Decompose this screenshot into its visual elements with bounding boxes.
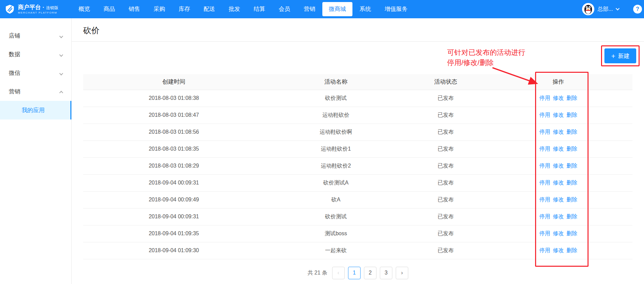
- cell-created-time: 2018-09-04 01:09:30: [83, 242, 264, 259]
- sidebar-group[interactable]: 数据: [0, 45, 71, 64]
- cell-activity-status: 已发布: [407, 107, 484, 124]
- stop-link[interactable]: 停用: [539, 197, 550, 202]
- prev-page-button[interactable]: ‹: [332, 267, 345, 279]
- cell-actions: 停用修改删除: [484, 140, 633, 157]
- nav-item[interactable]: 系统: [353, 2, 377, 16]
- edit-link[interactable]: 修改: [553, 197, 564, 202]
- edit-link[interactable]: 修改: [553, 163, 564, 169]
- delete-link[interactable]: 删除: [567, 231, 577, 236]
- cell-activity-name: 运动鞋砍价1: [264, 140, 407, 157]
- pagination: 共 21 条 ‹ 123 ›: [83, 267, 632, 279]
- edit-link[interactable]: 修改: [553, 112, 564, 118]
- edit-link[interactable]: 修改: [553, 146, 564, 152]
- delete-link[interactable]: 删除: [567, 112, 577, 118]
- cell-created-time: 2018-08-03 01:08:29: [83, 157, 264, 174]
- nav-item[interactable]: 库存: [172, 2, 197, 16]
- delete-link[interactable]: 删除: [567, 247, 577, 253]
- stop-link[interactable]: 停用: [539, 247, 550, 253]
- chevron-icon: [59, 91, 63, 94]
- avatar[interactable]: [582, 3, 594, 15]
- cell-created-time: 2018-08-03 01:08:56: [83, 124, 264, 140]
- nav-item[interactable]: 销售: [122, 2, 146, 16]
- edit-link[interactable]: 修改: [553, 95, 564, 101]
- next-page-button[interactable]: ›: [396, 267, 408, 279]
- nav-item[interactable]: 采购: [147, 2, 171, 16]
- table-row: 2018-08-03 01:08:38 砍价测试 已发布 停用修改删除: [83, 90, 632, 107]
- edit-link[interactable]: 修改: [553, 231, 564, 236]
- table-row: 2018-08-03 01:08:35 运动鞋砍价1 已发布 停用修改删除: [83, 140, 632, 157]
- delete-link[interactable]: 删除: [567, 180, 577, 185]
- main-nav: 概览商品销售采购库存配送批发结算会员营销微商城系统增值服务: [72, 0, 414, 18]
- cell-activity-status: 已发布: [407, 124, 484, 140]
- stop-link[interactable]: 停用: [539, 129, 550, 135]
- delete-link[interactable]: 删除: [567, 214, 577, 219]
- sidebar-groups: 店铺 数据 微信 营销: [0, 26, 71, 101]
- column-header: 活动名称: [264, 74, 407, 90]
- annotation-box-new-button: + 新建: [601, 45, 640, 66]
- help-icon[interactable]: ?: [633, 5, 642, 14]
- sidebar-group[interactable]: 店铺: [0, 26, 71, 45]
- table-row: 2018-09-04 00:09:31 砍价测试 已发布 停用修改删除: [83, 208, 632, 225]
- sidebar-item-my-apps[interactable]: 我的应用: [0, 101, 71, 119]
- nav-item[interactable]: 批发: [222, 2, 247, 16]
- sidebar: 店铺 数据 微信 营销 我的应用: [0, 18, 72, 284]
- stop-link[interactable]: 停用: [539, 95, 550, 101]
- cell-created-time: 2018-08-03 01:08:35: [83, 140, 264, 157]
- nav-item[interactable]: 概览: [72, 2, 96, 16]
- user-name: 总部...: [598, 6, 613, 13]
- stop-link[interactable]: 停用: [539, 146, 550, 152]
- activities-table: 创建时间活动名称活动状态操作 2018-08-03 01:08:38 砍价测试 …: [83, 74, 632, 259]
- nav-item[interactable]: 微商城: [322, 2, 352, 16]
- nav-item[interactable]: 增值服务: [378, 2, 414, 16]
- table-row: 2018-09-04 00:09:31 砍价测试A 已发布 停用修改删除: [83, 174, 632, 191]
- total-count: 共 21 条: [307, 269, 327, 277]
- sidebar-group-label: 微信: [9, 69, 20, 77]
- chevron-icon: [59, 53, 63, 57]
- edit-link[interactable]: 修改: [553, 129, 564, 135]
- stop-link[interactable]: 停用: [539, 163, 550, 169]
- cell-actions: 停用修改删除: [484, 225, 633, 242]
- new-button[interactable]: + 新建: [604, 48, 636, 63]
- table-row: 2018-09-04 01:09:35 测试boss 已发布 停用修改删除: [83, 225, 632, 242]
- delete-link[interactable]: 删除: [567, 197, 577, 202]
- delete-link[interactable]: 删除: [567, 95, 577, 101]
- cell-activity-status: 已发布: [407, 242, 484, 259]
- delete-link[interactable]: 删除: [567, 129, 577, 135]
- user-menu[interactable]: 总部...: [582, 3, 619, 15]
- cell-created-time: 2018-09-04 00:09:31: [83, 174, 264, 191]
- nav-item[interactable]: 营销: [297, 2, 322, 16]
- cell-created-time: 2018-09-04 00:09:31: [83, 208, 264, 225]
- edit-link[interactable]: 修改: [553, 180, 564, 185]
- cell-actions: 停用修改删除: [484, 208, 633, 225]
- stop-link[interactable]: 停用: [539, 180, 550, 185]
- cell-activity-status: 已发布: [407, 140, 484, 157]
- nav-item[interactable]: 配送: [197, 2, 222, 16]
- page-button[interactable]: 3: [380, 267, 392, 279]
- cell-actions: 停用修改删除: [484, 124, 633, 140]
- main-content: 砍价 创建时间活动名称活动状态操作 2018-08-03 01:08:38 砍价…: [72, 0, 644, 279]
- nav-item[interactable]: 结算: [247, 2, 272, 16]
- chevron-icon: [59, 71, 63, 75]
- nav-item[interactable]: 会员: [272, 2, 297, 16]
- logo: 商户平台 · 连锁版 MERCHANT PLATFORM: [0, 4, 72, 14]
- delete-link[interactable]: 删除: [567, 163, 577, 169]
- stop-link[interactable]: 停用: [539, 112, 550, 118]
- page-button[interactable]: 1: [348, 267, 361, 279]
- cell-created-time: 2018-08-03 01:08:38: [83, 90, 264, 107]
- annotation-arrow: [491, 66, 542, 89]
- page-button[interactable]: 2: [364, 267, 376, 279]
- chevron-icon: [59, 34, 63, 38]
- table-row: 2018-09-04 00:09:49 砍A 已发布 停用修改删除: [83, 191, 632, 208]
- sidebar-group-label: 数据: [9, 50, 20, 58]
- delete-link[interactable]: 删除: [567, 146, 577, 152]
- nav-item[interactable]: 商品: [97, 2, 121, 16]
- edit-link[interactable]: 修改: [553, 247, 564, 253]
- edit-link[interactable]: 修改: [553, 214, 564, 219]
- sidebar-group[interactable]: 微信: [0, 64, 71, 82]
- stop-link[interactable]: 停用: [539, 231, 550, 236]
- sidebar-group[interactable]: 营销: [0, 82, 71, 101]
- stop-link[interactable]: 停用: [539, 214, 550, 219]
- plus-icon: +: [611, 52, 615, 60]
- table-row: 2018-08-03 01:08:56 运动鞋砍价啊 已发布 停用修改删除: [83, 124, 632, 140]
- cell-activity-status: 已发布: [407, 90, 484, 107]
